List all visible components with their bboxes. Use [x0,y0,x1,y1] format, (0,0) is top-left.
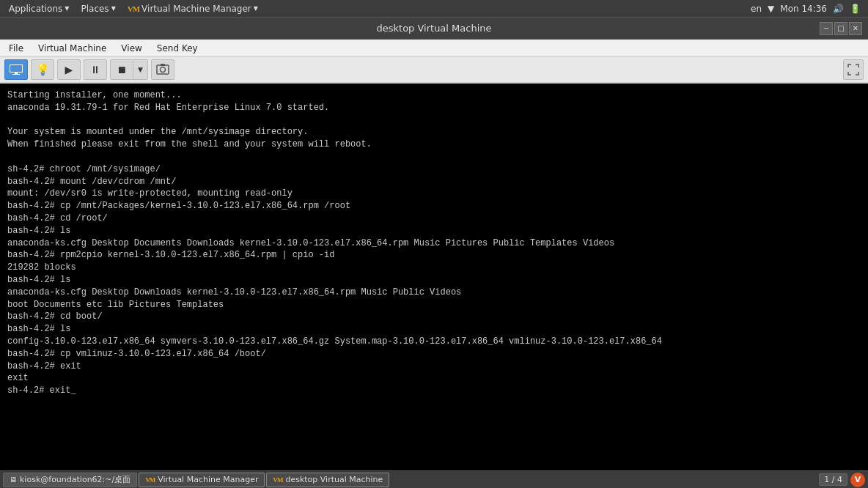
snapshot-icon [156,63,169,76]
svg-rect-2 [15,73,18,74]
applications-arrow: ▼ [65,5,69,12]
title-bar: desktop Virtual Machine − □ ✕ [0,18,868,40]
terminal-line: bash-4.2# ls [7,225,861,237]
svg-point-5 [161,67,166,73]
vm-taskbar-logo2: VM [273,476,282,484]
fullscreen-icon [847,64,859,75]
pause-icon: ⏸ [90,64,100,75]
monitor-icon [10,64,23,75]
window-controls: − □ ✕ [820,22,862,35]
terminal-line: config-3.10.0-123.el7.x86_64 symvers-3.1… [7,336,861,348]
lang-arrow: ▼ [768,4,774,14]
svg-rect-3 [12,74,20,75]
vm-manager-menu[interactable]: VM Virtual Machine Manager ▼ [122,2,264,15]
taskbar-item-terminal[interactable]: 🖥 kiosk@foundation62:~/桌面 [3,473,137,487]
terminal-line: sh-4.2# exit_ [7,385,861,397]
virtual-machine-menu[interactable]: Virtual Machine [32,42,112,55]
vm-logo-icon: VM [128,4,139,13]
fullscreen-button[interactable] [843,59,864,80]
minimize-button[interactable]: − [820,22,833,35]
terminal-line: bash-4.2# cd boot/ [7,311,861,323]
taskbar-item-vmmanager[interactable]: VM Virtual Machine Manager [139,473,265,487]
terminal-taskbar-icon: 🖥 [10,476,17,484]
pause-button[interactable]: ⏸ [84,59,107,80]
terminal-line: bash-4.2# exit [7,361,861,373]
send-key-menu[interactable]: Send Key [151,42,204,55]
stop-dropdown-button[interactable]: ▼ [133,59,148,80]
terminal-line: bash-4.2# mount /dev/cdrom /mnt/ [7,176,861,188]
terminal-line: sh-4.2# chroot /mnt/sysimage/ [7,163,861,176]
terminal-line: Starting installer, one moment... [7,89,861,102]
terminal-line: Your system is mounted under the /mnt/sy… [7,126,861,138]
terminal-line: 219282 blocks [7,262,861,274]
terminal-line: bash-4.2# cp vmlinuz-3.10.0-123.el7.x86_… [7,348,861,361]
top-menubar: Applications ▼ Places ▼ VM Virtual Machi… [0,0,868,18]
monitor-button[interactable] [4,59,28,80]
battery-icon: 🔋 [850,4,861,14]
top-menu-right: en ▼ Mon 14:36 🔊 🔋 [751,4,865,14]
volume-icon[interactable]: 🔊 [833,4,844,14]
maximize-button[interactable]: □ [834,22,847,35]
terminal-line: anaconda 19.31.79-1 for Red Hat Enterpri… [7,102,861,114]
terminal-line [7,114,861,127]
bulb-icon: 💡 [36,63,50,76]
window-title: desktop Virtual Machine [376,23,491,34]
app-menubar: File Virtual Machine View Send Key [0,40,868,57]
terminal-line: bash-4.2# ls [7,323,861,336]
terminal-line: anaconda-ks.cfg Desktop Documents Downlo… [7,237,861,250]
taskbar: 🖥 kiosk@foundation62:~/桌面 VM Virtual Mac… [0,470,868,488]
file-menu[interactable]: File [3,42,29,55]
terminal-line: bash-4.2# cp /mnt/Packages/kernel-3.10.0… [7,200,861,212]
vm-manager-arrow: ▼ [254,5,258,12]
taskbar-item-desktop-vm[interactable]: VM desktop Virtual Machine [266,473,389,487]
terminal-line: exit [7,372,861,385]
terminal[interactable]: Starting installer, one moment... anacon… [0,84,868,470]
page-indicator: 1 / 4 [819,473,847,486]
info-button[interactable]: 💡 [31,59,54,80]
taskbar-right: 1 / 4 V [819,473,865,487]
toolbar: 💡 ▶ ⏸ ⏹ ▼ [0,57,868,84]
play-button[interactable]: ▶ [57,59,81,80]
places-menu[interactable]: Places ▼ [75,2,121,15]
snapshot-button[interactable] [151,59,174,80]
terminal-line: anaconda-ks.cfg Desktop Downloads kernel… [7,286,861,299]
terminal-line: bash-4.2# cd /root/ [7,212,861,225]
svg-rect-6 [161,64,165,66]
stop-button-group: ⏹ ▼ [110,59,148,80]
terminal-line: mount: /dev/sr0 is write-protected, moun… [7,188,861,200]
places-arrow: ▼ [111,5,116,12]
terminal-line: bash-4.2# rpm2cpio kernel-3.10.0-123.el7… [7,249,861,262]
stop-button[interactable]: ⏹ [110,59,133,80]
vm-badge: V [850,473,865,487]
svg-rect-1 [10,65,22,72]
terminal-line: When finished please exit from the shell… [7,138,861,151]
stop-icon: ⏹ [117,64,127,75]
view-menu[interactable]: View [115,42,147,55]
terminal-line [7,151,861,163]
terminal-line: bash-4.2# ls [7,274,861,286]
play-icon: ▶ [65,64,73,75]
applications-menu[interactable]: Applications ▼ [3,2,75,15]
terminal-line: boot Documents etc lib Pictures Template… [7,299,861,311]
close-button[interactable]: ✕ [849,22,862,35]
vm-taskbar-logo: VM [145,476,155,484]
